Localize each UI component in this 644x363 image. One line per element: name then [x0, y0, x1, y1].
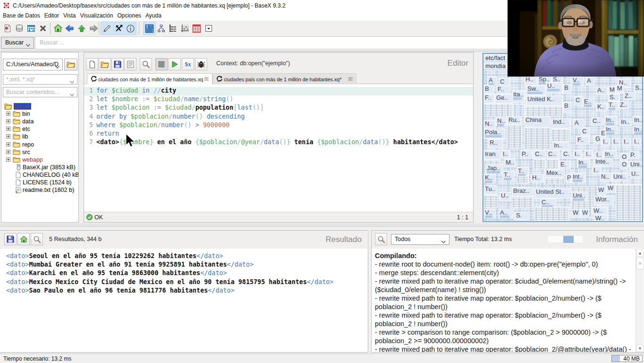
menu-opciones[interactable]: Opciones [115, 10, 144, 21]
map-cell-v[interactable]: V.. [571, 77, 584, 86]
menu-vista[interactable]: Vista [61, 10, 78, 21]
map-cell-a[interactable]: A [487, 77, 498, 85]
map-cell-w[interactable]: W.. [594, 215, 608, 221]
table-view-button[interactable] [191, 22, 203, 35]
map-cell-u[interactable]: U.. [546, 82, 563, 94]
file-filter-dropdown[interactable]: *.xml, *.xq* [3, 74, 77, 85]
tree-expand-icon[interactable] [6, 119, 10, 123]
editor-tab-0[interactable]: ciudades con más de 1 millón de habitant… [87, 73, 212, 84]
close-database-button[interactable] [37, 22, 49, 35]
database-properties-button[interactable] [25, 22, 37, 35]
map-cell-s[interactable]: S.. [634, 84, 642, 93]
map-cell-s[interactable]: S. [515, 212, 530, 220]
menu-ayuda[interactable]: Ayuda [144, 10, 164, 21]
map-cell-n[interactable]: N.. [483, 120, 496, 130]
more-views-button[interactable] [203, 22, 214, 35]
new-file-button[interactable] [86, 58, 98, 70]
map-cell-inte[interactable]: Inte.. [594, 158, 613, 166]
map-cell-uni[interactable]: Uni.. [612, 173, 628, 182]
map-cell-p[interactable]: P [566, 174, 571, 182]
menu-visualizacion[interactable]: Visualización [78, 10, 115, 21]
map-cell[interactable] [483, 104, 513, 117]
map-cell-uni[interactable]: Uni.. [629, 161, 642, 169]
map-cell-braz[interactable]: Braz.. [512, 187, 534, 197]
map-cell-b[interactable]: B [563, 84, 571, 94]
map-cell-h[interactable]: H.. [531, 174, 544, 182]
map-cell-jap[interactable]: Jap.. [485, 164, 503, 174]
map-cell-f[interactable]: F.. [576, 136, 589, 145]
map-cell-uni[interactable]: Uni.. [571, 192, 587, 201]
save-result-button[interactable] [4, 233, 17, 245]
result-home-button[interactable] [17, 233, 30, 245]
map-cell-c[interactable]: C.. [534, 150, 546, 159]
tree-view-button[interactable] [155, 22, 167, 35]
map-cell-mex[interactable]: Mex.. [545, 169, 565, 178]
tree-expand-icon[interactable] [6, 112, 10, 116]
map-cell[interactable] [551, 129, 570, 142]
open-file-button[interactable] [99, 58, 111, 70]
map-cell-in[interactable]: In.. [604, 116, 618, 125]
info-output[interactable]: Compilando:- rewrite root to document-no… [372, 249, 635, 352]
map-cell[interactable] [616, 184, 642, 221]
map-cell-f[interactable]: F.. [496, 86, 510, 94]
horizontal-splitter[interactable] [0, 224, 644, 227]
up-button[interactable] [76, 22, 87, 35]
result-output[interactable]: <dato>Seoul en el año 95 tenía 10229262 … [0, 249, 367, 352]
map-cell-e[interactable]: E. [559, 161, 570, 169]
tab-close-icon[interactable]: ☒ [348, 76, 353, 82]
map-cell-a[interactable]: A.. [596, 86, 608, 95]
map-cell-w[interactable]: W [571, 209, 581, 217]
map-cell-w[interactable]: W [581, 209, 589, 217]
result-mode-button[interactable] [113, 22, 125, 35]
map-cell-i[interactable]: I.. [501, 150, 510, 159]
save-file-button[interactable] [111, 58, 124, 70]
tree-expand-icon[interactable] [6, 142, 10, 147]
menu-editor[interactable]: Editor [42, 10, 61, 21]
map-cell-t[interactable]: T.. [502, 171, 515, 180]
map-cell-z[interactable]: Z.. [619, 101, 629, 109]
map-cell-i[interactable]: I.. [602, 138, 610, 146]
packages-button[interactable] [195, 58, 207, 70]
map-cell-g[interactable]: G [594, 135, 602, 144]
scroll-up-button[interactable]: ▲ [636, 249, 644, 257]
info-mode-button[interactable] [125, 22, 136, 35]
map-cell-int[interactable]: Int.. [571, 173, 585, 182]
map-cell-in[interactable]: In.. [619, 118, 632, 126]
content-search-dropdown[interactable]: Buscar contenidos... [3, 87, 77, 97]
map-cell-n[interactable]: N.. [600, 173, 612, 182]
map-cell-f[interactable]: F.. [483, 94, 495, 104]
new-database-button[interactable] [1, 22, 13, 35]
stop-button[interactable] [155, 58, 168, 70]
tree-expand-icon[interactable] [6, 134, 10, 138]
map-cell-iran[interactable]: Iran [483, 150, 500, 160]
result-search-button[interactable] [31, 233, 43, 245]
map-cell[interactable] [517, 176, 529, 183]
map-cell-p[interactable]: P. [629, 151, 639, 159]
tab-close-icon[interactable]: ☒ [204, 76, 209, 82]
map-cell-ind[interactable]: Ind.. [551, 118, 570, 129]
map-cell-a[interactable]: A [585, 77, 595, 86]
map-cell-tu[interactable]: Tu.. [483, 185, 498, 195]
code-editor[interactable]: 1for $ciudad in //city2let $nombre := $c… [84, 85, 473, 211]
tree-expand-icon[interactable] [6, 127, 10, 131]
map-cell-in[interactable]: In.. [633, 126, 642, 134]
map-cell-n[interactable]: N.. [496, 117, 507, 126]
map-cell-t[interactable]: T.. [607, 101, 619, 110]
map-cell-b[interactable]: B [483, 85, 494, 94]
home-button[interactable] [52, 22, 64, 35]
path-dropdown[interactable]: C:/Users/Amadeo/D [3, 59, 63, 70]
map-cell-w[interactable]: W [606, 184, 616, 193]
map-cell-wor[interactable]: Wor.. [594, 196, 614, 205]
map-cell-c[interactable]: C.. [540, 199, 556, 207]
plot-view-button[interactable] [179, 22, 191, 35]
map-cell-c[interactable]: C. [562, 150, 571, 159]
map-cell-unitedk[interactable]: United K.. [526, 95, 563, 106]
editor-tab-1[interactable]: ciudades país con más de 1 millón de hab… [212, 73, 356, 84]
folder-view-button[interactable] [167, 22, 179, 35]
map-cell-pola[interactable]: Pola.. [483, 129, 505, 138]
tree-expand-icon[interactable] [6, 150, 10, 154]
map-cell-c[interactable]: C [581, 128, 590, 136]
map-cell-t[interactable]: T.. [517, 167, 529, 176]
map-cell-ge[interactable]: Ge.. [495, 94, 513, 104]
map-cell-c[interactable]: C [574, 96, 583, 106]
